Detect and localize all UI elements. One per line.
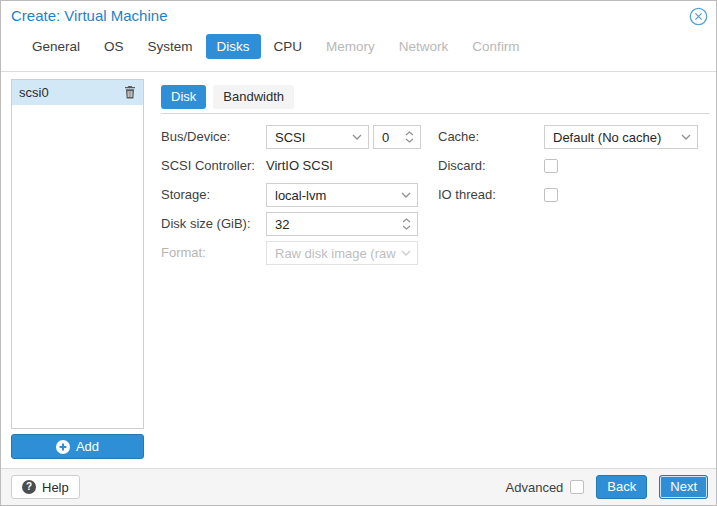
tab-disks[interactable]: Disks [206, 34, 261, 59]
up-down-chevrons-icon[interactable] [402, 218, 411, 230]
bus-device-combo[interactable]: SCSI [266, 125, 369, 149]
scsi-controller-value: VirtIO SCSI [266, 154, 333, 178]
disk-size-spinner[interactable]: 32 [266, 212, 418, 236]
footer-toolbar: ? Help Advanced Back Next [1, 468, 716, 505]
tab-network: Network [388, 34, 460, 59]
bus-index-spinner[interactable]: 0 [373, 125, 421, 149]
question-circle-icon: ? [22, 480, 36, 494]
body-separator [1, 71, 716, 72]
storage-combo[interactable]: local-lvm [266, 183, 418, 207]
disk-subtabs: Disk Bandwidth [161, 85, 294, 109]
tab-memory: Memory [315, 34, 386, 59]
advanced-label: Advanced [506, 480, 564, 495]
dialog-title: Create: Virtual Machine [11, 7, 167, 24]
trash-icon[interactable] [124, 86, 136, 99]
subtab-disk[interactable]: Disk [161, 85, 206, 109]
cache-value: Default (No cache) [553, 130, 681, 145]
help-button-label: Help [42, 480, 69, 495]
bus-index-value: 0 [382, 130, 405, 145]
discard-checkbox[interactable] [544, 159, 558, 173]
disk-list-panel: scsi0 [11, 79, 144, 429]
plus-circle-icon [56, 440, 70, 454]
up-down-chevrons-icon[interactable] [405, 131, 414, 143]
tab-general[interactable]: General [21, 34, 91, 59]
footer-actions: Advanced Back Next [506, 475, 708, 499]
create-vm-dialog: Create: Virtual Machine General OS Syste… [0, 0, 717, 506]
tab-os[interactable]: OS [93, 34, 135, 59]
advanced-checkbox[interactable] [570, 480, 584, 494]
wizard-tabbar: General OS System Disks CPU Memory Netwo… [21, 34, 533, 59]
chevron-down-icon [401, 250, 411, 256]
tab-system[interactable]: System [137, 34, 204, 59]
scsi-controller-label: SCSI Controller: [161, 154, 255, 178]
storage-value: local-lvm [275, 188, 401, 203]
chevron-down-icon [401, 192, 411, 198]
format-combo: Raw disk image (raw [266, 241, 418, 265]
disk-size-label: Disk size (GiB): [161, 212, 251, 236]
tab-confirm: Confirm [461, 34, 530, 59]
next-button[interactable]: Next [659, 475, 708, 499]
discard-label: Discard: [438, 154, 486, 178]
cache-combo[interactable]: Default (No cache) [544, 125, 698, 149]
subtab-bandwidth[interactable]: Bandwidth [213, 85, 294, 109]
format-label: Format: [161, 241, 206, 265]
chevron-down-icon [681, 134, 691, 140]
chevron-down-icon [352, 134, 362, 140]
disk-size-value: 32 [275, 217, 402, 232]
bus-device-value: SCSI [275, 130, 352, 145]
help-button[interactable]: ? Help [11, 475, 80, 499]
add-button-label: Add [76, 439, 99, 454]
storage-label: Storage: [161, 183, 210, 207]
bus-device-label: Bus/Device: [161, 125, 230, 149]
format-value: Raw disk image (raw [275, 246, 401, 261]
disk-item-label: scsi0 [19, 85, 124, 100]
cache-label: Cache: [438, 125, 479, 149]
io-thread-checkbox[interactable] [544, 188, 558, 202]
back-button[interactable]: Back [596, 475, 647, 499]
io-thread-label: IO thread: [438, 183, 496, 207]
disk-list-item-scsi0[interactable]: scsi0 [12, 80, 143, 105]
tab-cpu[interactable]: CPU [263, 34, 314, 59]
subtab-separator [161, 113, 710, 114]
close-icon[interactable] [689, 7, 708, 26]
add-disk-button[interactable]: Add [11, 434, 144, 459]
